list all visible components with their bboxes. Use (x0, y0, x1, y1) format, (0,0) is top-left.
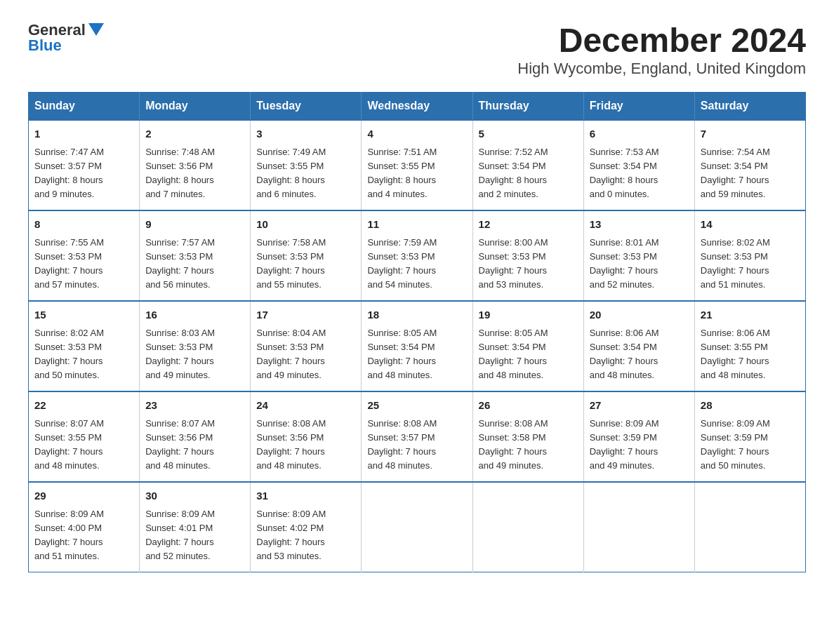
day-number: 8 (34, 217, 133, 233)
calendar-cell-w3-d4: 18 Sunrise: 8:05 AM Sunset: 3:54 PM Dayl… (362, 301, 472, 391)
calendar-cell-w5-d7 (694, 482, 805, 572)
day-info: Sunrise: 8:07 AM Sunset: 3:56 PM Dayligh… (145, 417, 244, 474)
calendar-cell-w2-d6: 13 Sunrise: 8:01 AM Sunset: 3:53 PM Dayl… (583, 210, 694, 301)
day-number: 23 (145, 398, 244, 414)
calendar-cell-w1-d3: 3 Sunrise: 7:49 AM Sunset: 3:55 PM Dayli… (251, 120, 362, 210)
day-info: Sunrise: 8:08 AM Sunset: 3:58 PM Dayligh… (479, 417, 578, 474)
day-number: 5 (479, 126, 578, 142)
day-info: Sunrise: 8:09 AM Sunset: 4:02 PM Dayligh… (256, 507, 355, 564)
calendar-cell-w3-d2: 16 Sunrise: 8:03 AM Sunset: 3:53 PM Dayl… (140, 301, 251, 391)
calendar-week-5: 29 Sunrise: 8:09 AM Sunset: 4:00 PM Dayl… (29, 482, 806, 572)
day-info: Sunrise: 7:54 AM Sunset: 3:54 PM Dayligh… (701, 145, 800, 202)
calendar-cell-w4-d2: 23 Sunrise: 8:07 AM Sunset: 3:56 PM Dayl… (140, 391, 251, 482)
day-number: 21 (701, 307, 800, 323)
day-info: Sunrise: 8:09 AM Sunset: 4:01 PM Dayligh… (145, 507, 244, 564)
logo-text-blue: Blue (28, 36, 62, 55)
day-info: Sunrise: 7:47 AM Sunset: 3:57 PM Dayligh… (34, 145, 133, 202)
col-monday: Monday (140, 93, 251, 121)
calendar-cell-w1-d2: 2 Sunrise: 7:48 AM Sunset: 3:56 PM Dayli… (140, 120, 251, 210)
day-number: 9 (145, 217, 244, 233)
col-thursday: Thursday (472, 93, 583, 121)
calendar-subtitle: High Wycombe, England, United Kingdom (517, 60, 806, 78)
day-info: Sunrise: 8:03 AM Sunset: 3:53 PM Dayligh… (145, 326, 244, 383)
svg-marker-0 (88, 23, 104, 36)
day-number: 17 (256, 307, 355, 323)
col-saturday: Saturday (694, 93, 805, 121)
calendar-cell-w1-d1: 1 Sunrise: 7:47 AM Sunset: 3:57 PM Dayli… (29, 120, 140, 210)
calendar-cell-w5-d4 (362, 482, 472, 572)
day-number: 19 (479, 307, 578, 323)
calendar-cell-w3-d1: 15 Sunrise: 8:02 AM Sunset: 3:53 PM Dayl… (29, 301, 140, 391)
logo-triangle-icon (88, 23, 104, 36)
day-number: 3 (256, 126, 355, 142)
day-number: 2 (145, 126, 244, 142)
day-number: 29 (34, 488, 133, 504)
calendar-cell-w4-d1: 22 Sunrise: 8:07 AM Sunset: 3:55 PM Dayl… (29, 391, 140, 482)
day-number: 15 (34, 307, 133, 323)
calendar-cell-w1-d7: 7 Sunrise: 7:54 AM Sunset: 3:54 PM Dayli… (694, 120, 805, 210)
page-header: General Blue December 2024 High Wycombe,… (28, 21, 806, 78)
col-wednesday: Wednesday (362, 93, 472, 121)
calendar-cell-w4-d4: 25 Sunrise: 8:08 AM Sunset: 3:57 PM Dayl… (362, 391, 472, 482)
calendar-cell-w4-d7: 28 Sunrise: 8:09 AM Sunset: 3:59 PM Dayl… (694, 391, 805, 482)
day-info: Sunrise: 7:51 AM Sunset: 3:55 PM Dayligh… (367, 145, 466, 202)
calendar-cell-w2-d1: 8 Sunrise: 7:55 AM Sunset: 3:53 PM Dayli… (29, 210, 140, 301)
day-info: Sunrise: 8:08 AM Sunset: 3:57 PM Dayligh… (367, 417, 466, 474)
day-info: Sunrise: 8:06 AM Sunset: 3:54 PM Dayligh… (590, 326, 689, 383)
day-number: 11 (367, 217, 466, 233)
day-info: Sunrise: 7:57 AM Sunset: 3:53 PM Dayligh… (145, 236, 244, 293)
calendar-cell-w4-d3: 24 Sunrise: 8:08 AM Sunset: 3:56 PM Dayl… (251, 391, 362, 482)
calendar-cell-w3-d6: 20 Sunrise: 8:06 AM Sunset: 3:54 PM Dayl… (583, 301, 694, 391)
day-number: 31 (256, 488, 355, 504)
day-number: 14 (701, 217, 800, 233)
day-info: Sunrise: 8:02 AM Sunset: 3:53 PM Dayligh… (701, 236, 800, 293)
day-info: Sunrise: 8:00 AM Sunset: 3:53 PM Dayligh… (479, 236, 578, 293)
calendar-cell-w5-d6 (583, 482, 694, 572)
day-number: 30 (145, 488, 244, 504)
calendar-cell-w5-d1: 29 Sunrise: 8:09 AM Sunset: 4:00 PM Dayl… (29, 482, 140, 572)
calendar-cell-w3-d5: 19 Sunrise: 8:05 AM Sunset: 3:54 PM Dayl… (472, 301, 583, 391)
day-number: 18 (367, 307, 466, 323)
day-info: Sunrise: 7:58 AM Sunset: 3:53 PM Dayligh… (256, 236, 355, 293)
day-info: Sunrise: 8:05 AM Sunset: 3:54 PM Dayligh… (367, 326, 466, 383)
day-info: Sunrise: 7:55 AM Sunset: 3:53 PM Dayligh… (34, 236, 133, 293)
calendar-cell-w3-d3: 17 Sunrise: 8:04 AM Sunset: 3:53 PM Dayl… (251, 301, 362, 391)
calendar-table: Sunday Monday Tuesday Wednesday Thursday… (28, 92, 806, 572)
day-info: Sunrise: 8:01 AM Sunset: 3:53 PM Dayligh… (590, 236, 689, 293)
day-number: 24 (256, 398, 355, 414)
day-number: 20 (590, 307, 689, 323)
calendar-cell-w3-d7: 21 Sunrise: 8:06 AM Sunset: 3:55 PM Dayl… (694, 301, 805, 391)
day-info: Sunrise: 8:07 AM Sunset: 3:55 PM Dayligh… (34, 417, 133, 474)
day-info: Sunrise: 8:09 AM Sunset: 4:00 PM Dayligh… (34, 507, 133, 564)
title-block: December 2024 High Wycombe, England, Uni… (517, 21, 806, 78)
day-number: 16 (145, 307, 244, 323)
calendar-cell-w1-d6: 6 Sunrise: 7:53 AM Sunset: 3:54 PM Dayli… (583, 120, 694, 210)
calendar-cell-w5-d2: 30 Sunrise: 8:09 AM Sunset: 4:01 PM Dayl… (140, 482, 251, 572)
day-number: 7 (701, 126, 800, 142)
day-info: Sunrise: 7:48 AM Sunset: 3:56 PM Dayligh… (145, 145, 244, 202)
day-number: 10 (256, 217, 355, 233)
day-number: 27 (590, 398, 689, 414)
calendar-cell-w2-d7: 14 Sunrise: 8:02 AM Sunset: 3:53 PM Dayl… (694, 210, 805, 301)
calendar-cell-w1-d5: 5 Sunrise: 7:52 AM Sunset: 3:54 PM Dayli… (472, 120, 583, 210)
calendar-cell-w4-d5: 26 Sunrise: 8:08 AM Sunset: 3:58 PM Dayl… (472, 391, 583, 482)
col-tuesday: Tuesday (251, 93, 362, 121)
day-number: 26 (479, 398, 578, 414)
day-info: Sunrise: 7:49 AM Sunset: 3:55 PM Dayligh… (256, 145, 355, 202)
calendar-cell-w2-d2: 9 Sunrise: 7:57 AM Sunset: 3:53 PM Dayli… (140, 210, 251, 301)
day-number: 28 (701, 398, 800, 414)
col-friday: Friday (583, 93, 694, 121)
day-info: Sunrise: 8:08 AM Sunset: 3:56 PM Dayligh… (256, 417, 355, 474)
calendar-cell-w5-d5 (472, 482, 583, 572)
calendar-week-2: 8 Sunrise: 7:55 AM Sunset: 3:53 PM Dayli… (29, 210, 806, 301)
day-number: 1 (34, 126, 133, 142)
calendar-week-1: 1 Sunrise: 7:47 AM Sunset: 3:57 PM Dayli… (29, 120, 806, 210)
day-number: 22 (34, 398, 133, 414)
logo: General Blue (28, 21, 104, 55)
day-info: Sunrise: 8:06 AM Sunset: 3:55 PM Dayligh… (701, 326, 800, 383)
day-info: Sunrise: 7:52 AM Sunset: 3:54 PM Dayligh… (479, 145, 578, 202)
day-number: 25 (367, 398, 466, 414)
col-sunday: Sunday (29, 93, 140, 121)
day-info: Sunrise: 8:02 AM Sunset: 3:53 PM Dayligh… (34, 326, 133, 383)
calendar-cell-w2-d5: 12 Sunrise: 8:00 AM Sunset: 3:53 PM Dayl… (472, 210, 583, 301)
